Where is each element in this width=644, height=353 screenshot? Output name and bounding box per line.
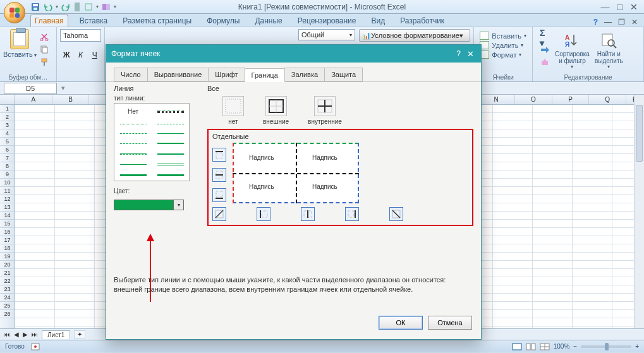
name-box[interactable]: D5 bbox=[4, 83, 57, 94]
view-page-break-icon[interactable] bbox=[540, 343, 550, 350]
border-top-button[interactable] bbox=[212, 148, 226, 162]
line-style-9[interactable] bbox=[152, 149, 189, 159]
line-style-13[interactable] bbox=[152, 170, 189, 181]
doc-restore-icon[interactable]: ❐ bbox=[618, 18, 625, 27]
border-right-button[interactable] bbox=[345, 207, 359, 221]
underline-button[interactable]: Ч bbox=[88, 48, 101, 62]
number-format-select[interactable]: Общий▾ bbox=[298, 29, 355, 40]
paste-button[interactable]: Вставить ▾ bbox=[3, 51, 37, 58]
qat-extra-1-dropdown[interactable]: ▾ bbox=[96, 4, 99, 9]
preset-outer-button[interactable] bbox=[265, 96, 287, 116]
ribbon-help-icon[interactable]: ? bbox=[593, 18, 598, 27]
line-style-none[interactable]: Нет bbox=[114, 104, 152, 119]
zoom-slider[interactable] bbox=[581, 345, 631, 348]
undo-dropdown[interactable]: ▾ bbox=[56, 4, 58, 9]
copy-icon[interactable] bbox=[39, 44, 49, 54]
preset-inner-button[interactable] bbox=[314, 96, 336, 116]
redo-icon[interactable] bbox=[61, 2, 71, 12]
line-style-5[interactable] bbox=[152, 129, 189, 138]
insert-cells-button[interactable]: Вставить ▾ bbox=[480, 32, 526, 40]
qat-extra-1-icon[interactable] bbox=[83, 2, 94, 12]
maximize-icon[interactable]: □ bbox=[617, 2, 623, 12]
line-style-4[interactable] bbox=[114, 129, 152, 138]
line-style-11[interactable] bbox=[152, 159, 189, 170]
qat-customize[interactable]: ▾ bbox=[114, 4, 116, 9]
dlg-tab-number[interactable]: Число bbox=[114, 68, 148, 81]
tab-page-layout[interactable]: Разметка страницы bbox=[119, 15, 195, 27]
color-dropdown[interactable]: ▾ bbox=[173, 200, 184, 210]
fill-icon[interactable] bbox=[540, 45, 550, 55]
doc-minimize-icon[interactable]: ― bbox=[604, 18, 612, 27]
dlg-tab-fill[interactable]: Заливка bbox=[284, 68, 325, 81]
border-bottom-button[interactable] bbox=[212, 188, 226, 202]
doc-close-icon[interactable]: ✕ bbox=[631, 18, 638, 27]
line-style-1[interactable] bbox=[152, 104, 189, 119]
border-left-button[interactable] bbox=[257, 207, 270, 221]
format-cells-button[interactable]: Формат ▾ bbox=[480, 51, 526, 59]
line-style-3[interactable] bbox=[152, 119, 189, 129]
tab-view[interactable]: Вид bbox=[367, 15, 389, 27]
paste-icon[interactable] bbox=[10, 29, 29, 49]
border-preview[interactable]: Надпись Надпись Надпись Надпись bbox=[233, 143, 359, 203]
sheet-nav-last-icon[interactable]: ⏭ bbox=[32, 331, 38, 338]
zoom-level[interactable]: 100% bbox=[554, 343, 570, 350]
line-style-10[interactable] bbox=[114, 159, 152, 170]
minimize-icon[interactable]: ― bbox=[601, 2, 610, 12]
zoom-in-icon[interactable]: + bbox=[635, 343, 639, 350]
preset-none-button[interactable] bbox=[222, 96, 244, 116]
undo-icon[interactable] bbox=[43, 2, 53, 12]
zoom-out-icon[interactable]: − bbox=[573, 343, 577, 350]
sort-filter-button[interactable]: АЯ Сортировка и фильтр ▾ bbox=[555, 32, 590, 70]
select-all-corner[interactable] bbox=[0, 95, 15, 105]
dlg-tab-alignment[interactable]: Выравнивание bbox=[147, 68, 209, 81]
border-middle-h-button[interactable] bbox=[212, 168, 226, 182]
tab-review[interactable]: Рецензирование bbox=[294, 15, 360, 27]
line-style-12[interactable] bbox=[114, 170, 152, 181]
delete-cells-button[interactable]: Удалить ▾ bbox=[480, 41, 526, 49]
line-style-7[interactable] bbox=[152, 138, 189, 148]
border-diag-up-button[interactable] bbox=[212, 207, 226, 221]
macro-record-icon[interactable] bbox=[31, 343, 40, 350]
tab-home[interactable]: Главная bbox=[30, 15, 68, 27]
row-headers[interactable]: 1234567891011121314151617181920212223242… bbox=[0, 105, 15, 328]
tab-data[interactable]: Данные bbox=[251, 15, 286, 27]
tab-developer[interactable]: Разработчик bbox=[396, 15, 448, 27]
save-icon[interactable] bbox=[30, 2, 40, 12]
border-diag-down-button[interactable] bbox=[389, 207, 403, 221]
font-name-select[interactable]: Tahoma bbox=[60, 29, 101, 42]
dlg-tab-font[interactable]: Шрифт bbox=[208, 68, 245, 81]
sheet-nav-prev-icon[interactable]: ◀ bbox=[14, 331, 19, 338]
dialog-close-icon[interactable]: ✕ bbox=[465, 48, 476, 59]
name-box-dropdown[interactable]: ▾ bbox=[57, 84, 70, 92]
line-style-2[interactable] bbox=[114, 119, 152, 129]
dlg-tab-protection[interactable]: Защита bbox=[324, 68, 363, 81]
line-style-6[interactable] bbox=[114, 138, 152, 148]
line-style-8[interactable] bbox=[114, 149, 152, 159]
color-swatch[interactable] bbox=[114, 200, 173, 210]
bold-button[interactable]: Ж bbox=[60, 48, 73, 62]
italic-button[interactable]: К bbox=[74, 48, 87, 62]
view-normal-icon[interactable] bbox=[512, 343, 522, 350]
find-select-button[interactable]: Найти и выделить ▾ bbox=[595, 32, 623, 70]
office-button[interactable] bbox=[4, 2, 25, 23]
cancel-button[interactable]: Отмена bbox=[428, 316, 472, 330]
conditional-formatting-button[interactable]: 📊 Условное форматирование ▾ bbox=[359, 29, 470, 42]
new-sheet-icon[interactable]: ✦ bbox=[74, 330, 85, 338]
cut-icon[interactable] bbox=[39, 32, 49, 42]
close-window-icon[interactable]: ✕ bbox=[630, 2, 638, 12]
format-painter-icon[interactable] bbox=[39, 57, 49, 67]
dialog-help-icon[interactable]: ? bbox=[456, 49, 461, 58]
sheet-nav-next-icon[interactable]: ▶ bbox=[23, 331, 28, 338]
scrollbar-vertical[interactable] bbox=[634, 95, 644, 328]
line-style-picker[interactable]: Нет bbox=[114, 103, 190, 181]
sheet-tab-1[interactable]: Лист1 bbox=[42, 330, 70, 339]
border-middle-v-button[interactable] bbox=[301, 207, 315, 221]
tab-insert[interactable]: Вставка bbox=[76, 15, 112, 27]
ok-button[interactable]: ОК bbox=[379, 316, 423, 330]
dlg-tab-border[interactable]: Граница bbox=[245, 68, 285, 82]
qat-extra-2-icon[interactable] bbox=[101, 2, 111, 12]
view-page-layout-icon[interactable] bbox=[526, 343, 536, 350]
tab-formulas[interactable]: Формулы bbox=[203, 15, 243, 27]
sheet-nav-first-icon[interactable]: ⏮ bbox=[4, 331, 10, 338]
autosum-icon[interactable]: Σ ▾ bbox=[540, 33, 550, 43]
